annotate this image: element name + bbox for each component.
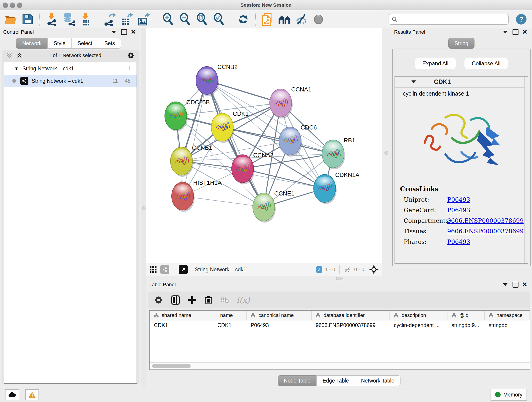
expand-all-button[interactable]: Expand All xyxy=(415,58,456,69)
graph-node-CDC6[interactable]: CDC6 xyxy=(279,124,317,157)
search-input[interactable] xyxy=(399,16,505,22)
left-splitter-handle[interactable] xyxy=(142,206,146,210)
column-header-canonicalname[interactable]: canonical name xyxy=(247,311,312,320)
collection-disclosure-icon[interactable]: ▼ xyxy=(14,66,19,71)
table-options-gear-icon[interactable] xyxy=(154,295,163,305)
graph-node-CDK1[interactable]: CDK1 xyxy=(211,110,249,143)
crosslink-link[interactable]: P06493 xyxy=(447,238,470,245)
column-header-id[interactable]: @id xyxy=(447,311,485,320)
maximize-panel-icon[interactable] xyxy=(121,29,127,35)
maximize-panel-icon[interactable] xyxy=(513,282,519,288)
right-splitter-handle[interactable] xyxy=(385,151,388,155)
collapse-all-button[interactable]: Collapse All xyxy=(464,58,508,69)
column-header-description[interactable]: description xyxy=(390,311,447,320)
crosslink-link[interactable]: 9606.ENSP00000378699 xyxy=(447,228,524,235)
delete-column-icon[interactable] xyxy=(204,295,213,305)
close-panel-icon[interactable]: ✕ xyxy=(522,281,527,288)
table-cell[interactable]: 9606.ENSP00000378699 xyxy=(312,320,390,330)
tab-network[interactable]: Network xyxy=(16,38,48,49)
table-cell[interactable]: CDK1 xyxy=(150,320,213,330)
maximize-window-button[interactable] xyxy=(17,2,22,8)
table-row[interactable]: CDK1CDK1P064939606.ENSP00000378699cyclin… xyxy=(150,320,530,330)
column-header-databaseidentifier[interactable]: database identifier xyxy=(312,311,390,320)
tab-node-table[interactable]: Node Table xyxy=(278,375,317,386)
graph-node-CCNA1[interactable]: CCNA1 xyxy=(270,86,311,119)
memory-button[interactable]: Memory xyxy=(491,389,527,401)
zoom-selected-button[interactable] xyxy=(212,12,226,26)
tab-network-table[interactable]: Network Table xyxy=(355,375,400,386)
tab-style[interactable]: Style xyxy=(47,38,71,49)
table-cell[interactable]: stringdb:9... xyxy=(447,320,485,330)
float-panel-icon[interactable] xyxy=(112,31,116,33)
table-cell[interactable]: cyclin-dependent ... xyxy=(390,320,447,330)
network-canvas[interactable]: CCNB2CCNA1CDC25BCDK1CDC6RB1CCNB1CCNA2CDK… xyxy=(146,28,382,263)
import-network-database-button[interactable] xyxy=(62,12,76,26)
crosslink-link[interactable]: 9606.ENSP00000378699 xyxy=(447,217,524,224)
close-window-button[interactable] xyxy=(3,2,8,8)
save-session-button[interactable] xyxy=(21,12,34,26)
graph-node-CCNB1[interactable]: CCNB1 xyxy=(171,144,212,177)
tab-edge-table[interactable]: Edge Table xyxy=(317,375,355,386)
birdseye-view-icon[interactable]: ↗ xyxy=(179,265,188,274)
horizontal-splitter[interactable] xyxy=(146,276,382,281)
graph-node-CDKN1A[interactable]: CDKN1A xyxy=(314,172,360,204)
help-button[interactable]: ? xyxy=(516,14,526,25)
clone-network-button[interactable] xyxy=(261,12,274,26)
graph-node-CCNA2[interactable]: CCNA2 xyxy=(232,152,273,184)
graph-node-HIST1H1A[interactable]: HIST1H1A xyxy=(172,179,222,212)
warnings-button[interactable] xyxy=(25,389,39,400)
graph-node-CCNE1[interactable]: CCNE1 xyxy=(253,190,294,223)
float-panel-icon[interactable] xyxy=(503,283,507,286)
table-cell[interactable]: stringdb xyxy=(485,320,530,330)
show-columns-icon[interactable] xyxy=(171,295,180,305)
gear-icon[interactable] xyxy=(127,51,135,59)
float-panel-icon[interactable] xyxy=(503,31,507,33)
open-session-button[interactable] xyxy=(4,12,17,26)
table-cell[interactable]: CDK1 xyxy=(213,320,247,330)
zoom-out-button[interactable] xyxy=(178,12,192,26)
cloud-button[interactable] xyxy=(5,389,19,400)
right-splitter[interactable] xyxy=(382,28,391,281)
grid-view-icon[interactable] xyxy=(149,266,157,274)
scrollbar-thumb[interactable] xyxy=(152,364,191,368)
hide-selected-button[interactable] xyxy=(295,12,308,26)
column-header-namespace[interactable]: namespace xyxy=(485,311,530,320)
entry-disclosure-icon[interactable] xyxy=(412,80,416,83)
add-column-icon[interactable] xyxy=(188,296,196,304)
export-table-button[interactable] xyxy=(120,12,134,26)
import-network-file-button[interactable] xyxy=(45,12,59,26)
network-row-selected[interactable]: String Network – cdk1 11 48 xyxy=(4,75,137,87)
collapse-all-icon[interactable] xyxy=(6,52,13,58)
entry-header[interactable]: CDK1 xyxy=(395,77,528,88)
column-header-name[interactable]: name xyxy=(213,311,247,320)
show-all-button[interactable] xyxy=(312,12,325,26)
network-collection-row[interactable]: ▼ String Network – cdk1 1 xyxy=(4,62,137,75)
network-badge-icon[interactable] xyxy=(160,265,169,274)
tab-string[interactable]: String xyxy=(448,38,475,49)
graph-node-RB1[interactable]: RB1 xyxy=(322,137,355,169)
table-horizontal-scrollbar[interactable] xyxy=(150,362,530,370)
close-panel-icon[interactable]: ✕ xyxy=(522,29,527,35)
results-scrollbar[interactable] xyxy=(525,77,528,263)
minimize-window-button[interactable] xyxy=(10,2,15,8)
first-neighbors-button[interactable] xyxy=(278,12,291,26)
graph-node-CCNB2[interactable]: CCNB2 xyxy=(196,64,238,96)
table-cell[interactable]: P06493 xyxy=(247,320,312,330)
tab-sets[interactable]: Sets xyxy=(98,38,121,49)
expand-all-icon[interactable] xyxy=(16,52,23,58)
selected-checkbox-icon[interactable]: ✓ xyxy=(316,266,322,273)
graph-edge-CCNB2-CCNE1[interactable] xyxy=(207,80,264,207)
import-table-file-button[interactable] xyxy=(79,12,93,26)
crosslink-link[interactable]: P06493 xyxy=(447,207,470,214)
left-splitter[interactable] xyxy=(141,28,146,387)
close-panel-icon[interactable]: ✕ xyxy=(131,29,136,35)
export-network-button[interactable] xyxy=(103,12,117,26)
graph-edge-CCNB2-HIST1H1A[interactable] xyxy=(183,80,207,196)
graph-edge-CDK1-RB1[interactable] xyxy=(222,127,333,154)
fit-content-icon[interactable] xyxy=(369,265,379,274)
maximize-panel-icon[interactable] xyxy=(513,29,519,35)
export-image-button[interactable] xyxy=(137,12,151,26)
horizontal-splitter-handle[interactable] xyxy=(336,277,342,280)
tab-select[interactable]: Select xyxy=(71,38,99,49)
refresh-button[interactable] xyxy=(236,12,250,26)
